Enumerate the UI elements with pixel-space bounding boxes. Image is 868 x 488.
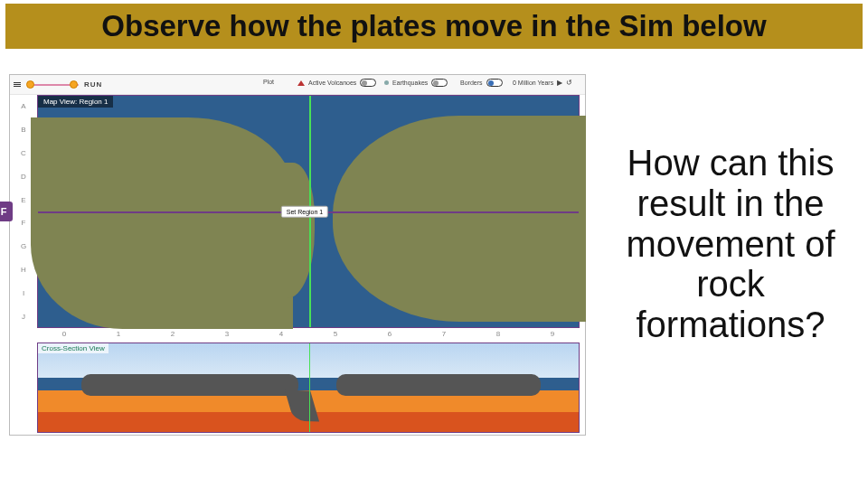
row-label: I [23,289,24,297]
row-label: A [21,102,25,110]
earthquakes-toggle[interactable] [431,79,448,87]
row-label: G [21,242,26,250]
row-label: H [21,266,26,274]
volcano-icon [297,80,305,86]
question-text: How can this result in the movement of r… [608,143,854,345]
plot-label: Plot [263,79,274,85]
speed-slider[interactable] [28,84,79,86]
cs-title: Cross-Section View [38,343,108,353]
region-callout[interactable]: Set Region 1 [281,206,328,218]
title-bar: Observe how the plates move in the Sim b… [5,4,863,49]
map-panel: Map View: Region 1 Set Region 1 [37,95,580,328]
reset-icon[interactable]: ↺ [566,79,572,87]
row-label: F [22,219,26,227]
cs-boundary-line [309,343,310,432]
col-label: 4 [279,330,283,343]
row-label: D [21,173,26,181]
map-title: Map View: Region 1 [38,96,113,108]
sim-screenshot: RUN Plot Active Volcanoes Earthquakes Bo… [9,74,586,436]
row-label: E [21,196,25,204]
col-label: 9 [551,330,554,343]
col-label: 5 [334,330,337,343]
run-button[interactable]: RUN [84,80,102,89]
earthquakes-label: Earthquakes [392,80,428,86]
title-text: Observe how the plates move in the Sim b… [101,9,766,43]
col-label: 0 [62,330,66,343]
boundaries-label: Borders [460,80,483,86]
landmass-right [333,116,586,322]
slider-knob-start[interactable] [26,80,34,89]
row-label: B [21,126,25,134]
row-label: C [21,149,26,157]
landmass-left [31,117,293,329]
play-icon[interactable]: ▶ [557,79,562,87]
volcanoes-label: Active Volcanoes [308,80,356,86]
col-label: 7 [442,330,446,343]
boundaries-toggle[interactable] [486,79,503,87]
slider-knob-end[interactable] [70,80,78,89]
volcanoes-toggle[interactable] [360,79,376,87]
time-label: 0 Million Years [513,80,553,86]
map-col-axis: 0 1 2 3 4 5 6 7 8 9 [37,330,580,343]
cs-plate-left [81,374,298,396]
cross-section-panel: Cross-Section View [37,343,580,433]
col-label: 3 [225,330,229,343]
row-label: J [22,313,25,321]
menu-icon[interactable] [10,82,23,87]
cs-plate-right [336,374,541,396]
earthquake-icon [384,80,389,85]
col-label: 2 [171,330,175,343]
col-label: 1 [117,330,120,343]
col-label: 8 [496,330,500,343]
sim-toolbar: RUN Plot Active Volcanoes Earthquakes Bo… [10,75,585,95]
cs-sky [38,343,579,378]
row-marker-f: F [0,202,13,221]
col-label: 6 [388,330,392,343]
